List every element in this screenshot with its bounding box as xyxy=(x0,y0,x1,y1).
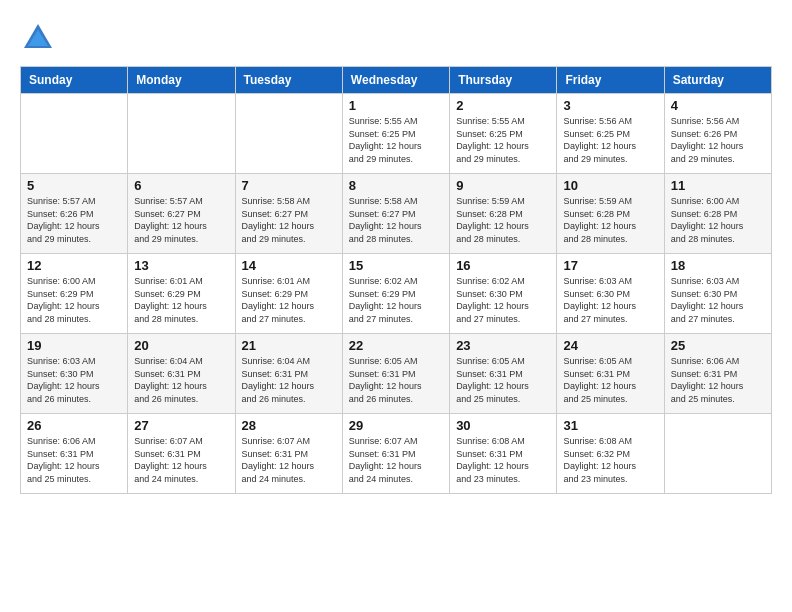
day-number: 12 xyxy=(27,258,121,273)
day-info: Sunrise: 5:59 AM Sunset: 6:28 PM Dayligh… xyxy=(563,195,657,245)
calendar-header-tuesday: Tuesday xyxy=(235,67,342,94)
calendar-header-row: SundayMondayTuesdayWednesdayThursdayFrid… xyxy=(21,67,772,94)
calendar-cell: 29Sunrise: 6:07 AM Sunset: 6:31 PM Dayli… xyxy=(342,414,449,494)
logo xyxy=(20,20,60,56)
day-info: Sunrise: 6:08 AM Sunset: 6:31 PM Dayligh… xyxy=(456,435,550,485)
calendar-cell xyxy=(235,94,342,174)
calendar-cell: 4Sunrise: 5:56 AM Sunset: 6:26 PM Daylig… xyxy=(664,94,771,174)
calendar-week-5: 26Sunrise: 6:06 AM Sunset: 6:31 PM Dayli… xyxy=(21,414,772,494)
day-info: Sunrise: 6:05 AM Sunset: 6:31 PM Dayligh… xyxy=(456,355,550,405)
day-number: 15 xyxy=(349,258,443,273)
calendar-header-saturday: Saturday xyxy=(664,67,771,94)
calendar-cell: 23Sunrise: 6:05 AM Sunset: 6:31 PM Dayli… xyxy=(450,334,557,414)
calendar-header-friday: Friday xyxy=(557,67,664,94)
calendar-week-2: 5Sunrise: 5:57 AM Sunset: 6:26 PM Daylig… xyxy=(21,174,772,254)
day-info: Sunrise: 6:01 AM Sunset: 6:29 PM Dayligh… xyxy=(134,275,228,325)
day-number: 20 xyxy=(134,338,228,353)
day-info: Sunrise: 6:03 AM Sunset: 6:30 PM Dayligh… xyxy=(671,275,765,325)
calendar-header-monday: Monday xyxy=(128,67,235,94)
day-number: 21 xyxy=(242,338,336,353)
logo-icon xyxy=(20,20,56,56)
day-number: 6 xyxy=(134,178,228,193)
calendar-cell: 16Sunrise: 6:02 AM Sunset: 6:30 PM Dayli… xyxy=(450,254,557,334)
calendar-cell: 28Sunrise: 6:07 AM Sunset: 6:31 PM Dayli… xyxy=(235,414,342,494)
day-number: 23 xyxy=(456,338,550,353)
calendar-week-4: 19Sunrise: 6:03 AM Sunset: 6:30 PM Dayli… xyxy=(21,334,772,414)
calendar-cell: 24Sunrise: 6:05 AM Sunset: 6:31 PM Dayli… xyxy=(557,334,664,414)
calendar-cell: 9Sunrise: 5:59 AM Sunset: 6:28 PM Daylig… xyxy=(450,174,557,254)
calendar-cell: 1Sunrise: 5:55 AM Sunset: 6:25 PM Daylig… xyxy=(342,94,449,174)
day-info: Sunrise: 6:03 AM Sunset: 6:30 PM Dayligh… xyxy=(563,275,657,325)
day-info: Sunrise: 6:04 AM Sunset: 6:31 PM Dayligh… xyxy=(242,355,336,405)
day-info: Sunrise: 6:07 AM Sunset: 6:31 PM Dayligh… xyxy=(242,435,336,485)
day-info: Sunrise: 5:56 AM Sunset: 6:25 PM Dayligh… xyxy=(563,115,657,165)
calendar-table: SundayMondayTuesdayWednesdayThursdayFrid… xyxy=(20,66,772,494)
calendar-cell: 2Sunrise: 5:55 AM Sunset: 6:25 PM Daylig… xyxy=(450,94,557,174)
day-number: 17 xyxy=(563,258,657,273)
calendar-cell: 5Sunrise: 5:57 AM Sunset: 6:26 PM Daylig… xyxy=(21,174,128,254)
day-number: 11 xyxy=(671,178,765,193)
day-info: Sunrise: 5:58 AM Sunset: 6:27 PM Dayligh… xyxy=(242,195,336,245)
calendar-cell xyxy=(21,94,128,174)
calendar-cell: 11Sunrise: 6:00 AM Sunset: 6:28 PM Dayli… xyxy=(664,174,771,254)
day-number: 14 xyxy=(242,258,336,273)
day-number: 9 xyxy=(456,178,550,193)
day-info: Sunrise: 5:55 AM Sunset: 6:25 PM Dayligh… xyxy=(349,115,443,165)
day-number: 25 xyxy=(671,338,765,353)
calendar-cell xyxy=(128,94,235,174)
day-number: 19 xyxy=(27,338,121,353)
day-number: 2 xyxy=(456,98,550,113)
day-info: Sunrise: 6:08 AM Sunset: 6:32 PM Dayligh… xyxy=(563,435,657,485)
calendar-cell: 15Sunrise: 6:02 AM Sunset: 6:29 PM Dayli… xyxy=(342,254,449,334)
day-number: 7 xyxy=(242,178,336,193)
day-info: Sunrise: 6:02 AM Sunset: 6:30 PM Dayligh… xyxy=(456,275,550,325)
day-info: Sunrise: 5:56 AM Sunset: 6:26 PM Dayligh… xyxy=(671,115,765,165)
day-number: 8 xyxy=(349,178,443,193)
calendar-cell: 17Sunrise: 6:03 AM Sunset: 6:30 PM Dayli… xyxy=(557,254,664,334)
day-info: Sunrise: 6:07 AM Sunset: 6:31 PM Dayligh… xyxy=(349,435,443,485)
day-info: Sunrise: 5:58 AM Sunset: 6:27 PM Dayligh… xyxy=(349,195,443,245)
calendar-cell: 30Sunrise: 6:08 AM Sunset: 6:31 PM Dayli… xyxy=(450,414,557,494)
day-number: 30 xyxy=(456,418,550,433)
day-info: Sunrise: 6:03 AM Sunset: 6:30 PM Dayligh… xyxy=(27,355,121,405)
calendar-cell: 18Sunrise: 6:03 AM Sunset: 6:30 PM Dayli… xyxy=(664,254,771,334)
day-number: 29 xyxy=(349,418,443,433)
day-info: Sunrise: 5:55 AM Sunset: 6:25 PM Dayligh… xyxy=(456,115,550,165)
day-number: 1 xyxy=(349,98,443,113)
page-header xyxy=(20,20,772,56)
day-number: 31 xyxy=(563,418,657,433)
day-info: Sunrise: 5:59 AM Sunset: 6:28 PM Dayligh… xyxy=(456,195,550,245)
calendar-cell: 26Sunrise: 6:06 AM Sunset: 6:31 PM Dayli… xyxy=(21,414,128,494)
day-number: 22 xyxy=(349,338,443,353)
calendar-header-wednesday: Wednesday xyxy=(342,67,449,94)
day-number: 18 xyxy=(671,258,765,273)
day-number: 13 xyxy=(134,258,228,273)
calendar-cell: 19Sunrise: 6:03 AM Sunset: 6:30 PM Dayli… xyxy=(21,334,128,414)
day-number: 4 xyxy=(671,98,765,113)
day-info: Sunrise: 6:04 AM Sunset: 6:31 PM Dayligh… xyxy=(134,355,228,405)
day-number: 3 xyxy=(563,98,657,113)
calendar-cell: 13Sunrise: 6:01 AM Sunset: 6:29 PM Dayli… xyxy=(128,254,235,334)
calendar-cell: 27Sunrise: 6:07 AM Sunset: 6:31 PM Dayli… xyxy=(128,414,235,494)
day-info: Sunrise: 6:06 AM Sunset: 6:31 PM Dayligh… xyxy=(27,435,121,485)
calendar-cell: 8Sunrise: 5:58 AM Sunset: 6:27 PM Daylig… xyxy=(342,174,449,254)
calendar-cell xyxy=(664,414,771,494)
day-info: Sunrise: 6:01 AM Sunset: 6:29 PM Dayligh… xyxy=(242,275,336,325)
calendar-cell: 20Sunrise: 6:04 AM Sunset: 6:31 PM Dayli… xyxy=(128,334,235,414)
calendar-cell: 3Sunrise: 5:56 AM Sunset: 6:25 PM Daylig… xyxy=(557,94,664,174)
day-number: 27 xyxy=(134,418,228,433)
calendar-cell: 7Sunrise: 5:58 AM Sunset: 6:27 PM Daylig… xyxy=(235,174,342,254)
calendar-cell: 10Sunrise: 5:59 AM Sunset: 6:28 PM Dayli… xyxy=(557,174,664,254)
calendar-cell: 25Sunrise: 6:06 AM Sunset: 6:31 PM Dayli… xyxy=(664,334,771,414)
day-number: 24 xyxy=(563,338,657,353)
day-number: 10 xyxy=(563,178,657,193)
day-number: 28 xyxy=(242,418,336,433)
day-number: 26 xyxy=(27,418,121,433)
day-info: Sunrise: 6:00 AM Sunset: 6:28 PM Dayligh… xyxy=(671,195,765,245)
calendar-header-thursday: Thursday xyxy=(450,67,557,94)
calendar-header-sunday: Sunday xyxy=(21,67,128,94)
calendar-cell: 21Sunrise: 6:04 AM Sunset: 6:31 PM Dayli… xyxy=(235,334,342,414)
day-info: Sunrise: 6:05 AM Sunset: 6:31 PM Dayligh… xyxy=(563,355,657,405)
day-number: 5 xyxy=(27,178,121,193)
calendar-cell: 14Sunrise: 6:01 AM Sunset: 6:29 PM Dayli… xyxy=(235,254,342,334)
